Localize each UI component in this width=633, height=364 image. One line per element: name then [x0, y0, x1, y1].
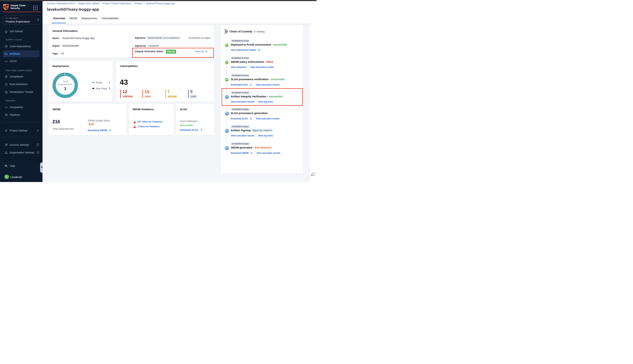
svg-text:?: ?	[6, 165, 6, 166]
